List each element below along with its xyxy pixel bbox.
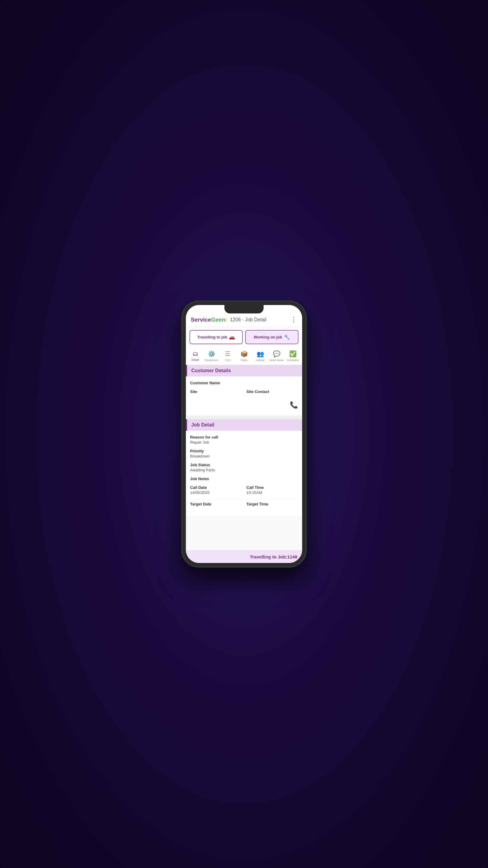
complete-label: Complete xyxy=(287,358,299,362)
job-status-label: Job Status xyxy=(190,463,298,467)
tab-work-done[interactable]: 💬 Work done xyxy=(268,349,285,363)
site-contact-label: Site Contact xyxy=(247,390,298,394)
customer-section-header: Customer Details xyxy=(186,365,302,376)
site-label: Site xyxy=(190,390,241,394)
tab-complete[interactable]: ✅ Complete xyxy=(285,349,301,363)
customer-name-field: Customer Name xyxy=(190,381,298,385)
priority-value: Breakdown xyxy=(190,454,298,458)
phone-icon[interactable]: 📞 xyxy=(290,401,298,409)
target-time-field: Target Time xyxy=(247,502,298,507)
app-logo: ServiceGeeni xyxy=(191,316,227,323)
parts-icon: 📦 xyxy=(240,350,248,358)
call-time-value: 10:15AM xyxy=(247,490,298,495)
call-time-label: Call Time xyxy=(247,485,298,490)
target-time-label: Target Time xyxy=(247,502,298,506)
complete-icon: ✅ xyxy=(289,350,297,358)
spacer-1 xyxy=(186,415,302,419)
work-done-label: Work done xyxy=(270,358,284,362)
equipment-label: Equipment xyxy=(204,358,218,362)
customer-details-content: Customer Name Site Site Contact 📞 xyxy=(186,376,302,415)
parts-label: Parts xyxy=(241,358,247,362)
job-status-field: Job Status Awaiting Parts xyxy=(190,463,298,472)
target-date-label: Target Date xyxy=(190,502,241,506)
call-time-field: Call Time 10:15AM xyxy=(247,485,298,495)
action-buttons: Travelling to job 🚗 Working on job 🔧 xyxy=(186,327,302,347)
phone-frame: ServiceGeeni 1206 - Job Detail ⋮ Travell… xyxy=(182,301,306,567)
priority-label: Priority xyxy=(190,449,298,453)
detail-icon: 🗂 xyxy=(192,350,198,357)
logo-dot: i xyxy=(225,316,227,323)
site-field: Site xyxy=(190,390,241,395)
tab-equipment[interactable]: ⚙️ Equipment xyxy=(203,349,220,363)
tab-labour[interactable]: 👥 Labour xyxy=(252,349,268,363)
travelling-button[interactable]: Travelling to job 🚗 xyxy=(190,330,243,344)
reason-for-call-field: Reason for call Repair Job xyxy=(190,435,298,444)
equipment-icon: ⚙️ xyxy=(208,350,216,358)
divider xyxy=(190,499,298,499)
target-date-field: Target Date xyxy=(190,502,241,507)
content-area: Customer Details Customer Name Site Site… xyxy=(186,365,302,550)
site-contact-field: Site Contact xyxy=(247,390,298,395)
page-title: 1206 - Job Detail xyxy=(230,317,290,322)
labour-icon: 👥 xyxy=(257,350,264,358)
site-row: Site Site Contact xyxy=(190,390,298,395)
reason-for-call-label: Reason for call xyxy=(190,435,298,439)
job-notes-field: Job Notes xyxy=(190,476,298,481)
menu-button[interactable]: ⋮ xyxy=(290,316,297,324)
customer-name-label: Customer Name xyxy=(190,381,298,385)
call-date-field: Call Date 14/05/2020 xyxy=(190,485,241,495)
status-text: Travelling to Job:1148 xyxy=(191,554,297,559)
status-bar: Travelling to Job:1148 xyxy=(186,550,302,563)
target-date-time-row: Target Date Target Time xyxy=(190,502,298,507)
reason-for-call-value: Repair Job xyxy=(190,440,298,444)
work-done-icon: 💬 xyxy=(273,350,281,358)
phone-screen: ServiceGeeni 1206 - Job Detail ⋮ Travell… xyxy=(186,305,302,563)
call-date-time-row: Call Date 14/05/2020 Call Time 10:15AM xyxy=(190,485,298,495)
job-notes-label: Job Notes xyxy=(190,476,298,481)
labour-label: Labour xyxy=(256,358,265,362)
job-detail-content: Reason for call Repair Job Priority Brea… xyxy=(186,431,302,516)
logo-geeni: Geen xyxy=(211,316,226,323)
travelling-label: Travelling to job xyxy=(197,335,227,339)
customer-section-title: Customer Details xyxy=(191,368,231,373)
job-section-title: Job Detail xyxy=(191,422,214,427)
nav-tabs: 🗂 Detail ⚙️ Equipment ☰ TCC 📦 Parts 👥 La… xyxy=(186,347,302,365)
tcc-icon: ☰ xyxy=(225,350,230,358)
job-status-value: Awaiting Parts xyxy=(190,468,298,472)
call-date-label: Call Date xyxy=(190,485,241,490)
notch xyxy=(224,305,264,313)
tab-detail[interactable]: 🗂 Detail xyxy=(187,349,203,363)
working-label: Working on job xyxy=(254,335,282,339)
working-button[interactable]: Working on job 🔧 xyxy=(245,330,298,344)
call-date-value: 14/05/2020 xyxy=(190,490,241,495)
priority-field: Priority Breakdown xyxy=(190,449,298,458)
tab-tcc[interactable]: ☰ TCC xyxy=(220,349,236,363)
tcc-label: TCC xyxy=(225,358,231,362)
tab-parts[interactable]: 📦 Parts xyxy=(236,349,252,363)
detail-label: Detail xyxy=(192,358,199,361)
logo-service: Service xyxy=(191,316,211,323)
job-section-header: Job Detail xyxy=(186,419,302,431)
phone-row: 📞 xyxy=(190,399,298,411)
car-icon: 🚗 xyxy=(229,334,235,340)
wrench-icon: 🔧 xyxy=(284,334,290,340)
